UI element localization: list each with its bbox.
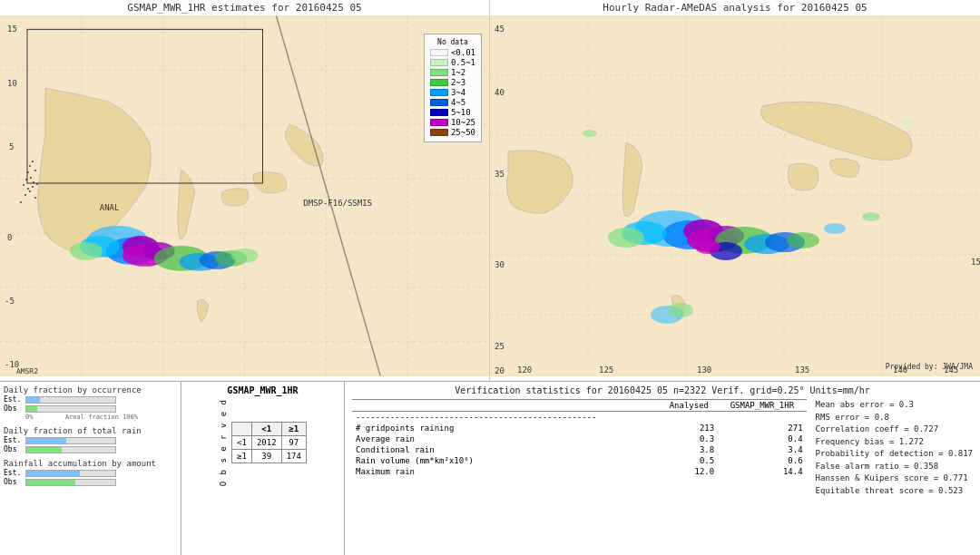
contingency-table: <1 ≥1 <1 2012 97 ≥1 39 174 [231, 422, 307, 463]
accum-chart-section: Rainfall accumulation by amount Est. Obs [4, 459, 177, 486]
svg-text:45: 45 [495, 24, 505, 34]
legend-no-data: No data [430, 38, 475, 46]
svg-text:5: 5 [9, 142, 14, 151]
right-map-area: 45 40 35 30 25 20 120 125 130 135 140 14… [490, 15, 980, 376]
row-label-1: Average rain [352, 433, 660, 444]
est-bar-acc [25, 470, 116, 477]
svg-point-85 [695, 239, 720, 254]
svg-point-87 [862, 212, 880, 221]
svg-text:135: 135 [795, 365, 809, 375]
svg-rect-44 [20, 201, 22, 203]
svg-text:15: 15 [971, 258, 980, 267]
left-map-title: GSMAP_MWR_1HR estimates for 20160425 05 [0, 0, 489, 15]
obs-bar-acc [25, 479, 116, 486]
svg-rect-41 [29, 190, 31, 192]
cell-11: 174 [281, 450, 306, 463]
occurrence-chart-section: Daily fraction by occurrence Est. Obs 0%… [4, 385, 177, 421]
cell-10: 39 [251, 450, 281, 463]
row-analysed-0: 213 [660, 423, 718, 433]
svg-point-89 [902, 120, 913, 125]
verif-header: Verification statistics for 20160425 05 … [352, 385, 973, 395]
contingency-table-wrapper: O b s e r v e d <1 ≥1 <1 2012 97 [219, 399, 307, 486]
col-header-product: GSMAP_MWR_1HR [718, 400, 806, 412]
row-analysed-2: 3.8 [660, 444, 718, 455]
svg-point-91 [668, 303, 693, 317]
rain-chart-section: Daily fraction of total rain Est. Obs [4, 426, 177, 453]
svg-rect-42 [24, 194, 26, 196]
row-analysed-1: 0.3 [660, 433, 718, 444]
svg-text:25: 25 [495, 342, 505, 351]
row-label-4: Maximum rain [352, 466, 660, 477]
row-label-0: # gridpoints raining [352, 423, 660, 433]
est-bar-rain [25, 437, 116, 444]
svg-text:DMSP-F16/SSMIS: DMSP-F16/SSMIS [303, 199, 372, 208]
svg-rect-32 [34, 170, 36, 171]
col-header-lt1: <1 [251, 423, 281, 436]
bottom-right-panel: Verification statistics for 20160425 05 … [345, 382, 980, 555]
svg-text:20: 20 [495, 366, 505, 375]
est-label-occ: Est. [4, 395, 25, 404]
col-header-ge1: ≥1 [281, 423, 306, 436]
stat-freq-bias: Frequency bias = 1.272 [816, 436, 973, 449]
stat-pod: Probability of detection = 0.817 [816, 448, 973, 461]
row-label-ge1: ≥1 [232, 450, 252, 463]
est-label-acc: Est. [4, 469, 25, 477]
bottom-middle-panel: GSMAP_MWR_1HR O b s e r v e d <1 ≥1 <1 2… [181, 382, 345, 555]
svg-rect-30 [32, 161, 34, 162]
svg-text:ANAL: ANAL [100, 203, 120, 212]
left-map-svg: 15 10 5 0 -5 -10 [0, 15, 489, 376]
row-product-3: 0.6 [718, 455, 806, 466]
obs-bar-occ [25, 405, 116, 413]
row-product-1: 0.4 [718, 433, 806, 444]
left-map-panel: GSMAP_MWR_1HR estimates for 20160425 05 [0, 0, 490, 381]
svg-point-29 [231, 248, 259, 263]
cont-table-container: <1 ≥1 <1 2012 97 ≥1 39 174 [231, 420, 307, 465]
main-container: GSMAP_MWR_1HR estimates for 20160425 05 [0, 0, 980, 555]
stat-mean-abs: Mean abs error = 0.3 [816, 399, 973, 412]
stat-hk: Hanssen & Kuipers score = 0.771 [816, 472, 973, 485]
svg-point-24 [70, 242, 103, 260]
obs-label-acc: Obs [4, 478, 25, 486]
right-map-svg: 45 40 35 30 25 20 120 125 130 135 140 14… [490, 15, 980, 376]
svg-text:125: 125 [599, 365, 613, 375]
bottom-left-panel: Daily fraction by occurrence Est. Obs 0%… [0, 382, 181, 555]
row-analysed-3: 0.5 [660, 455, 718, 466]
row-analysed-4: 12.0 [660, 466, 718, 477]
obs-label-rain: Obs [4, 445, 25, 453]
row-product-4: 14.4 [718, 466, 806, 477]
right-stats-panel: Mean abs error = 0.3 RMS error = 0.8 Cor… [807, 399, 973, 497]
svg-rect-39 [32, 186, 34, 188]
svg-text:30: 30 [495, 260, 505, 269]
svg-text:-5: -5 [5, 297, 15, 306]
svg-rect-43 [34, 197, 36, 199]
row-label-3: Rain volume (mm*km²x10⁶) [352, 455, 660, 466]
map-legend: No data <0.01 0.5~1 1~2 2~3 3~4 4~5 5~10… [424, 34, 482, 142]
svg-text:15: 15 [7, 24, 17, 34]
svg-point-83 [787, 232, 819, 248]
stat-far: False alarm ratio = 0.358 [816, 461, 973, 473]
stat-corr: Correlation coeff = 0.727 [816, 424, 973, 436]
svg-rect-31 [29, 165, 31, 167]
row-product-2: 3.4 [718, 444, 806, 455]
est-bar-occ [25, 396, 116, 404]
stat-rms: RMS error = 0.8 [816, 412, 973, 424]
svg-text:130: 130 [697, 365, 711, 375]
row-product-0: 271 [718, 423, 806, 433]
top-row: GSMAP_MWR_1HR estimates for 20160425 05 [0, 0, 980, 381]
right-map-title: Hourly Radar-AMeDAS analysis for 2016042… [490, 0, 980, 15]
svg-rect-37 [23, 184, 24, 186]
obs-bar-rain [25, 446, 116, 453]
svg-text:120: 120 [517, 365, 532, 375]
est-label-rain: Est. [4, 436, 25, 444]
svg-point-86 [824, 223, 846, 234]
right-map-panel: Hourly Radar-AMeDAS analysis for 2016042… [490, 0, 980, 381]
svg-point-79 [608, 228, 644, 248]
cell-00: 2012 [251, 436, 281, 450]
row-label-2: Conditional rain [352, 444, 660, 455]
row-label-lt1: <1 [232, 436, 252, 450]
svg-text:10: 10 [7, 79, 17, 88]
stat-ets: Equitable threat score = 0.523 [816, 485, 973, 498]
left-map-area: 15 10 5 0 -5 -10 [0, 15, 489, 376]
verif-table-container: Analysed GSMAP_MWR_1HR -----------------… [352, 399, 807, 497]
cont-product-label: GSMAP_MWR_1HR [227, 385, 298, 395]
